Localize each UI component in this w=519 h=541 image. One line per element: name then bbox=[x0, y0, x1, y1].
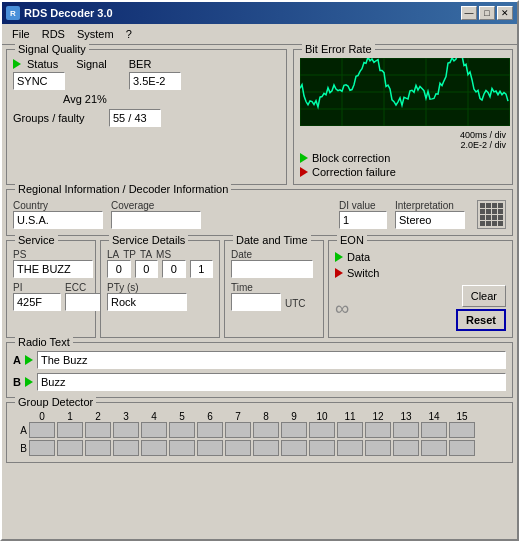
interpretation-value: Stereo bbox=[395, 211, 465, 229]
interpretation-col: Interpretation Stereo bbox=[395, 200, 465, 229]
gd-col-8: 8 bbox=[253, 411, 279, 422]
rt-row-b: B Buzz bbox=[13, 373, 506, 391]
status-value: SYNC bbox=[13, 72, 65, 90]
gd-a-8 bbox=[253, 422, 279, 438]
gd-header-row: 0 1 2 3 4 5 6 7 8 9 10 11 12 13 14 15 bbox=[13, 411, 506, 422]
gd-col-15: 15 bbox=[449, 411, 475, 422]
gd-a-0 bbox=[29, 422, 55, 438]
country-label: Country bbox=[13, 200, 103, 211]
date-value bbox=[231, 260, 313, 278]
main-window: R RDS Decoder 3.0 — □ ✕ File RDS System … bbox=[0, 0, 519, 541]
country-value: U.S.A. bbox=[13, 211, 103, 229]
gd-a-13 bbox=[393, 422, 419, 438]
groups-value: 55 / 43 bbox=[109, 109, 161, 127]
gd-a-10 bbox=[309, 422, 335, 438]
block-correction-row: Block correction bbox=[300, 152, 506, 164]
gd-b-9 bbox=[281, 440, 307, 456]
minimize-button[interactable]: — bbox=[461, 6, 477, 20]
gd-b-12 bbox=[365, 440, 391, 456]
avg-label: Avg 21% bbox=[63, 93, 107, 105]
time-value bbox=[231, 293, 281, 311]
block-correction-icon bbox=[300, 153, 308, 163]
gd-col-7: 7 bbox=[225, 411, 251, 422]
gd-a-9 bbox=[281, 422, 307, 438]
gd-col-6: 6 bbox=[197, 411, 223, 422]
clear-button[interactable]: Clear bbox=[462, 285, 506, 307]
coverage-value bbox=[111, 211, 201, 229]
ber-label: BER bbox=[129, 58, 152, 70]
utc-label: UTC bbox=[285, 298, 306, 311]
service-details-label: Service Details bbox=[109, 234, 188, 246]
la-label: LA bbox=[107, 249, 119, 260]
gd-b-3 bbox=[113, 440, 139, 456]
block-correction-label: Block correction bbox=[312, 152, 390, 164]
eon-label: EON bbox=[337, 234, 367, 246]
di-label: DI value bbox=[339, 200, 387, 211]
menu-help[interactable]: ? bbox=[120, 26, 138, 42]
gd-a-1 bbox=[57, 422, 83, 438]
rt-b-label: B bbox=[13, 376, 21, 388]
top-row: Signal Quality Status Signal BER SYNC 3.… bbox=[6, 49, 513, 185]
rt-a-value: The Buzz bbox=[37, 351, 506, 369]
gd-b-14 bbox=[421, 440, 447, 456]
menu-system[interactable]: System bbox=[71, 26, 120, 42]
middle-row: Service PS THE BUZZ PI 425F ECC bbox=[6, 240, 513, 338]
rt-a-label: A bbox=[13, 354, 21, 366]
title-bar-text: R RDS Decoder 3.0 bbox=[6, 6, 113, 20]
pty-value: Rock bbox=[107, 293, 187, 311]
status-arrow-icon bbox=[13, 59, 21, 69]
correction-failure-row: Correction failure bbox=[300, 166, 506, 178]
gd-col-2: 2 bbox=[85, 411, 111, 422]
menu-rds[interactable]: RDS bbox=[36, 26, 71, 42]
rt-row-a: A The Buzz bbox=[13, 351, 506, 369]
gd-col-5: 5 bbox=[169, 411, 195, 422]
gd-col-10: 10 bbox=[309, 411, 335, 422]
ms-label: MS bbox=[156, 249, 171, 260]
close-button[interactable]: ✕ bbox=[497, 6, 513, 20]
menu-file[interactable]: File bbox=[6, 26, 36, 42]
gd-a-14 bbox=[421, 422, 447, 438]
radio-text-group: Radio Text A The Buzz B Buzz bbox=[6, 342, 513, 398]
regional-label: Regional Information / Decoder Informati… bbox=[15, 183, 231, 195]
x-axis-label: 400ms / div bbox=[460, 130, 506, 140]
ta-value: 0 bbox=[162, 260, 186, 278]
gd-b-8 bbox=[253, 440, 279, 456]
pi-label: PI bbox=[13, 282, 61, 293]
gd-b-4 bbox=[141, 440, 167, 456]
la-value: 0 bbox=[107, 260, 131, 278]
di-grid-icon bbox=[477, 200, 506, 229]
gd-a-2 bbox=[85, 422, 111, 438]
menubar: File RDS System ? bbox=[2, 24, 517, 45]
gd-col-14: 14 bbox=[421, 411, 447, 422]
gd-col-11: 11 bbox=[337, 411, 363, 422]
gd-b-13 bbox=[393, 440, 419, 456]
gd-b-10 bbox=[309, 440, 335, 456]
datetime-label: Date and Time bbox=[233, 234, 311, 246]
ps-label: PS bbox=[13, 249, 89, 260]
eon-group: EON Data Switch ∞ Clear Reset bbox=[328, 240, 513, 338]
signal-quality-group: Signal Quality Status Signal BER SYNC 3.… bbox=[6, 49, 287, 185]
gd-a-7 bbox=[225, 422, 251, 438]
correction-failure-label: Correction failure bbox=[312, 166, 396, 178]
maximize-button[interactable]: □ bbox=[479, 6, 495, 20]
pty-label: PTy (s) bbox=[107, 282, 213, 293]
rt-b-value: Buzz bbox=[37, 373, 506, 391]
title-controls: — □ ✕ bbox=[461, 6, 513, 20]
reset-button[interactable]: Reset bbox=[456, 309, 506, 331]
group-detector-label: Group Detector bbox=[15, 396, 96, 408]
app-icon: R bbox=[6, 6, 20, 20]
signal-label: Signal bbox=[76, 58, 107, 70]
main-content: Signal Quality Status Signal BER SYNC 3.… bbox=[2, 45, 517, 539]
interpretation-label: Interpretation bbox=[395, 200, 465, 211]
ber-chart bbox=[300, 58, 510, 126]
gd-a-12 bbox=[365, 422, 391, 438]
gd-row-a: A bbox=[13, 422, 506, 438]
correction-failure-icon bbox=[300, 167, 308, 177]
country-col: Country U.S.A. bbox=[13, 200, 103, 229]
rt-a-icon bbox=[25, 355, 33, 365]
service-group: Service PS THE BUZZ PI 425F ECC bbox=[6, 240, 96, 338]
eon-data-icon bbox=[335, 252, 343, 262]
window-title: RDS Decoder 3.0 bbox=[24, 7, 113, 19]
gd-row-b-label: B bbox=[13, 443, 27, 454]
gd-b-11 bbox=[337, 440, 363, 456]
